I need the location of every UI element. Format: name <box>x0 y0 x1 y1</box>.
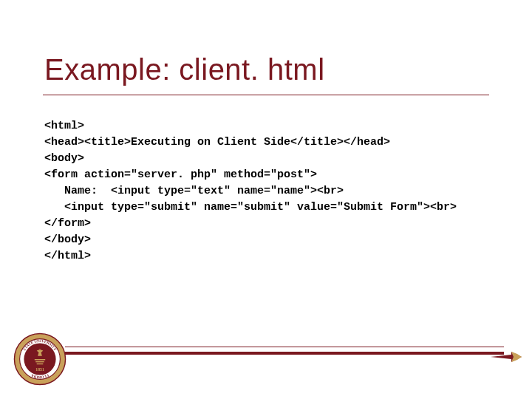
title-underline <box>43 95 489 95</box>
university-seal-icon: STATE UNIVERSITY FLORIDA 1851 <box>13 332 66 386</box>
svg-rect-5 <box>35 359 45 360</box>
svg-rect-7 <box>37 364 44 364</box>
code-block: <html> <head><title>Executing on Client … <box>44 118 457 265</box>
spear-icon <box>489 346 522 368</box>
seal-year: 1851 <box>35 367 44 372</box>
svg-rect-6 <box>35 361 44 362</box>
divider-rule <box>65 347 504 355</box>
slide-title: Example: client. html <box>44 53 325 86</box>
